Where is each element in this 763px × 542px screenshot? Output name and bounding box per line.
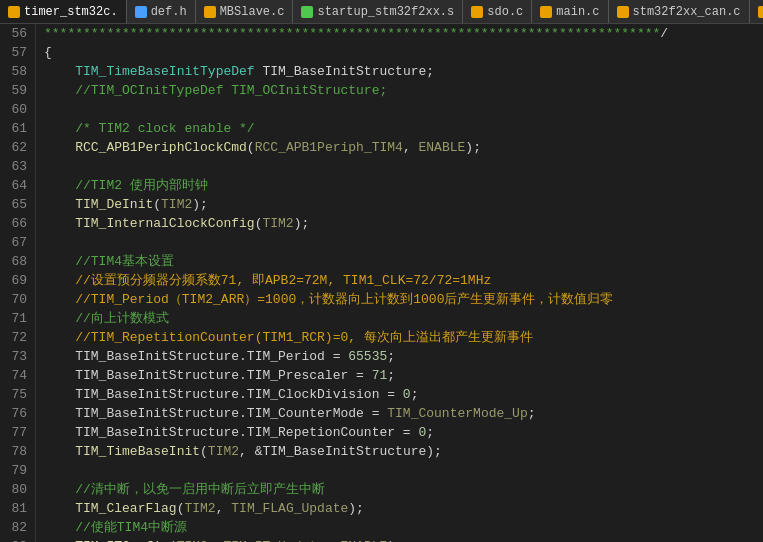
tab-icon-mb: [204, 6, 216, 18]
line-num: 82: [4, 518, 27, 537]
code-line-78: TIM_TimeBaseInit(TIM2, &TIM_BaseInitStru…: [44, 442, 763, 461]
tab-def_h[interactable]: def.h: [127, 0, 196, 23]
code-line-76: TIM_BaseInitStructure.TIM_CounterMode = …: [44, 404, 763, 423]
tab-canst[interactable]: can_st: [750, 0, 763, 23]
tab-startup[interactable]: startup_stm32f2xx.s: [293, 0, 463, 23]
tab-label-can: stm32f2xx_can.c: [633, 5, 741, 19]
code-line-72: //TIM_RepetitionCounter(TIM1_RCR)=0, 每次向…: [44, 328, 763, 347]
line-num: 58: [4, 62, 27, 81]
line-num: 68: [4, 252, 27, 271]
line-num: 59: [4, 81, 27, 100]
code-line-59: //TIM_OCInitTypeDef TIM_OCInitStructure;: [44, 81, 763, 100]
line-num: 63: [4, 157, 27, 176]
code-line-67: [44, 233, 763, 252]
line-num: 67: [4, 233, 27, 252]
tab-sdo[interactable]: sdo.c: [463, 0, 532, 23]
code-line-61: /* TIM2 clock enable */: [44, 119, 763, 138]
tab-label-sdo: sdo.c: [487, 5, 523, 19]
line-numbers: 56 57 58 59 60 61 62 63 64 65 66 67 68 6…: [0, 24, 36, 542]
code-line-64: //TIM2 使用内部时钟: [44, 176, 763, 195]
code-line-66: TIM_InternalClockConfig(TIM2);: [44, 214, 763, 233]
line-num: 73: [4, 347, 27, 366]
line-num: 70: [4, 290, 27, 309]
code-line-58: TIM_TimeBaseInitTypeDef TIM_BaseInitStru…: [44, 62, 763, 81]
line-num: 80: [4, 480, 27, 499]
line-num: 81: [4, 499, 27, 518]
code-line-63: [44, 157, 763, 176]
code-line-68: //TIM4基本设置: [44, 252, 763, 271]
line-num: 69: [4, 271, 27, 290]
line-num: 77: [4, 423, 27, 442]
tab-main[interactable]: main.c: [532, 0, 608, 23]
code-line-83: TIM_ITConfig(TIM2, TIM_IT_Update, ENABLE…: [44, 537, 763, 542]
code-line-79: [44, 461, 763, 480]
code-line-73: TIM_BaseInitStructure.TIM_Period = 65535…: [44, 347, 763, 366]
code-line-75: TIM_BaseInitStructure.TIM_ClockDivision …: [44, 385, 763, 404]
code-area: 56 57 58 59 60 61 62 63 64 65 66 67 68 6…: [0, 24, 763, 542]
tab-label-main: main.c: [556, 5, 599, 19]
code-line-60: [44, 100, 763, 119]
line-num: 57: [4, 43, 27, 62]
line-num: 71: [4, 309, 27, 328]
code-line-69: //设置预分频器分频系数71, 即APB2=72M, TIM1_CLK=72/7…: [44, 271, 763, 290]
tab-icon-main: [540, 6, 552, 18]
code-line-80: //清中断，以免一启用中断后立即产生中断: [44, 480, 763, 499]
tab-stm32can[interactable]: stm32f2xx_can.c: [609, 0, 750, 23]
line-num: 76: [4, 404, 27, 423]
tab-icon-timer: [8, 6, 20, 18]
line-num: 60: [4, 100, 27, 119]
line-num: 56: [4, 24, 27, 43]
code-line-70: //TIM_Period（TIM2_ARR）=1000，计数器向上计数到1000…: [44, 290, 763, 309]
tab-label-timer: timer_stm32c.: [24, 5, 118, 19]
tab-icon-sdo: [471, 6, 483, 18]
code-line-81: TIM_ClearFlag(TIM2, TIM_FLAG_Update);: [44, 499, 763, 518]
line-num: 72: [4, 328, 27, 347]
tab-mbslave[interactable]: MBSlave.c: [196, 0, 294, 23]
code-line-57: {: [44, 43, 763, 62]
line-num: 74: [4, 366, 27, 385]
tab-label-def: def.h: [151, 5, 187, 19]
code-line-71: //向上计数模式: [44, 309, 763, 328]
line-num: 65: [4, 195, 27, 214]
tab-icon-canst: [758, 6, 763, 18]
line-num: 75: [4, 385, 27, 404]
code-line-77: TIM_BaseInitStructure.TIM_RepetionCounte…: [44, 423, 763, 442]
code-line-56: ****************************************…: [44, 24, 763, 43]
code-line-74: TIM_BaseInitStructure.TIM_Prescaler = 71…: [44, 366, 763, 385]
line-num: 79: [4, 461, 27, 480]
code-content[interactable]: ****************************************…: [36, 24, 763, 542]
line-num: 78: [4, 442, 27, 461]
code-line-62: RCC_APB1PeriphClockCmd(RCC_APB1Periph_TI…: [44, 138, 763, 157]
tab-icon-startup: [301, 6, 313, 18]
tab-bar: timer_stm32c. def.h MBSlave.c startup_st…: [0, 0, 763, 24]
tab-label-startup: startup_stm32f2xx.s: [317, 5, 454, 19]
line-num: 61: [4, 119, 27, 138]
line-num: 64: [4, 176, 27, 195]
line-num: 66: [4, 214, 27, 233]
tab-icon-def: [135, 6, 147, 18]
code-line-65: TIM_DeInit(TIM2);: [44, 195, 763, 214]
tab-timer_stm32c[interactable]: timer_stm32c.: [0, 0, 127, 23]
tab-icon-can: [617, 6, 629, 18]
tab-label-mb: MBSlave.c: [220, 5, 285, 19]
code-line-82: //使能TIM4中断源: [44, 518, 763, 537]
line-num: 62: [4, 138, 27, 157]
line-num: 83: [4, 537, 27, 542]
